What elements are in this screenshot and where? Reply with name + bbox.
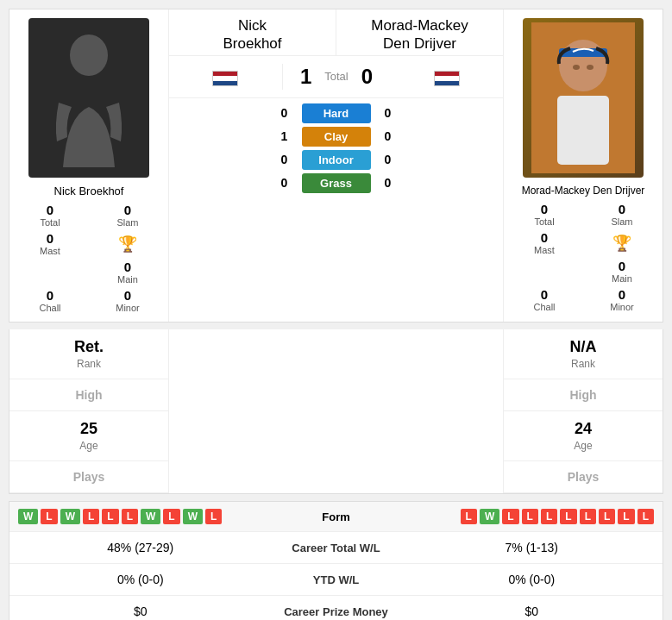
form-badge-left-5: L <box>122 509 138 524</box>
left-rank-item: Ret. Rank <box>9 329 168 379</box>
right-high-item: High <box>504 379 663 411</box>
left-trophy: 🏆 <box>94 231 161 256</box>
flag-nl-left <box>212 71 238 86</box>
left-total: 0 Total <box>16 203 84 228</box>
right-minor: 0 Minor <box>588 287 656 312</box>
form-badge-right-1: W <box>480 509 499 524</box>
right-main: 0 Main <box>588 259 656 284</box>
court-badge-hard: Hard <box>302 103 371 123</box>
form-badge-right-2: L <box>502 509 518 524</box>
form-badge-left-1: L <box>41 509 57 524</box>
right-stats-grid: 0 Total 0 Slam 0 Mast 🏆 0 Main <box>511 202 656 312</box>
right-slam: 0 Slam <box>588 202 656 227</box>
center-spacer <box>169 329 503 493</box>
form-label: Form <box>302 510 371 523</box>
left-player-photo <box>28 18 149 178</box>
court-row-hard: 0 Hard 0 <box>276 103 397 123</box>
form-badge-right-5: L <box>560 509 576 524</box>
svg-point-5 <box>587 65 593 70</box>
left-high-item: High <box>9 379 168 411</box>
form-badge-right-0: L <box>461 509 477 524</box>
left-mast: 0 Mast <box>16 231 84 256</box>
stat-row-career-total: 48% (27-29) Career Total W/L 7% (1-13) <box>9 532 663 564</box>
left-main: 0 Main <box>94 260 161 285</box>
comparison-card: Nick Broekhof 0 Total 0 Slam 0 Mast 🏆 <box>9 9 663 323</box>
stat-row-prize-money: $0 Career Prize Money $0 <box>9 596 663 620</box>
form-badge-left-6: W <box>141 509 160 524</box>
right-trophy: 🏆 <box>588 230 656 255</box>
right-player-col: Morad-Mackey Den Drijver 0 Total 0 Slam … <box>503 9 663 322</box>
left-minor: 0 Minor <box>94 288 161 313</box>
center-name-right: Morad-Mackey Den Drijver <box>336 9 503 55</box>
trophy-icon-left: 🏆 <box>118 235 137 254</box>
form-badge-left-4: L <box>102 509 118 524</box>
right-rank-item: N/A Rank <box>504 329 663 379</box>
form-badge-left-3: L <box>83 509 99 524</box>
form-badge-right-4: L <box>541 509 557 524</box>
flag-score-right <box>390 64 503 90</box>
form-badges-left: W L W L L L W L W L <box>18 509 302 524</box>
svg-rect-6 <box>557 96 609 165</box>
form-badge-right-3: L <box>522 509 538 524</box>
center-flags-scores: 1 Total 0 <box>169 56 503 98</box>
right-player-name: Morad-Mackey Den Drijver <box>522 185 645 197</box>
left-stats-grid: 0 Total 0 Slam 0 Mast 🏆 0 Main <box>16 203 161 313</box>
form-badge-right-9: L <box>637 509 654 524</box>
form-badge-left-0: W <box>18 509 38 524</box>
form-badge-right-6: L <box>580 509 596 524</box>
left-slam: 0 Slam <box>94 203 161 228</box>
bottom-section: W L W L L L W L W L Form L W L L L L L L <box>9 501 663 620</box>
court-row-grass: 0 Grass 0 <box>276 173 397 193</box>
right-age-item: 24 Age <box>504 411 663 461</box>
form-badge-left-8: W <box>183 509 203 524</box>
svg-point-2 <box>559 40 607 91</box>
right-plays-item: Plays <box>504 461 663 493</box>
form-badge-left-9: L <box>205 509 222 524</box>
left-age-item: 25 Age <box>9 411 168 461</box>
left-stats-panel: Ret. Rank High 25 Age Plays <box>9 329 169 493</box>
flag-nl-right <box>434 71 460 86</box>
court-rows: 0 Hard 0 1 Clay 0 0 Indoor 0 <box>276 98 397 323</box>
form-badge-left-7: L <box>163 509 179 524</box>
right-total: 0 Total <box>511 202 578 227</box>
left-player-col: Nick Broekhof 0 Total 0 Slam 0 Mast 🏆 <box>9 9 169 322</box>
right-chall: 0 Chall <box>511 287 578 312</box>
court-badge-indoor: Indoor <box>302 150 371 170</box>
form-badges-right: L W L L L L L L L L <box>371 509 655 524</box>
court-row-indoor: 0 Indoor 0 <box>276 150 397 170</box>
center-names-row: Nick Broekhof Morad-Mackey Den Drijver <box>169 9 503 56</box>
big-score-center: 1 Total 0 <box>283 59 390 94</box>
main-container: Nick Broekhof 0 Total 0 Slam 0 Mast 🏆 <box>0 0 672 620</box>
left-chall: 0 Chall <box>16 288 84 313</box>
trophy-icon-right: 🏆 <box>612 234 631 253</box>
court-badge-clay: Clay <box>302 127 371 147</box>
form-row: W L W L L L W L W L Form L W L L L L L L <box>9 502 663 532</box>
center-name-left: Nick Broekhof <box>169 9 336 55</box>
court-badge-grass: Grass <box>302 173 371 193</box>
stats-panels-row: Ret. Rank High 25 Age Plays N/A Rank Hi <box>9 329 663 494</box>
right-player-photo <box>523 18 644 178</box>
svg-point-4 <box>573 65 580 70</box>
form-badge-left-2: W <box>60 509 80 524</box>
right-stats-panel: N/A Rank High 24 Age Plays <box>503 329 663 493</box>
svg-point-0 <box>70 34 108 76</box>
form-badge-right-7: L <box>599 509 615 524</box>
form-badge-right-8: L <box>618 509 634 524</box>
flag-score-left <box>169 64 283 90</box>
center-col: Nick Broekhof Morad-Mackey Den Drijver 1… <box>169 9 503 322</box>
court-row-clay: 1 Clay 0 <box>276 127 397 147</box>
right-mast: 0 Mast <box>511 230 578 255</box>
stat-row-ytd-wl: 0% (0-0) YTD W/L 0% (0-0) <box>9 564 663 596</box>
left-plays-item: Plays <box>9 461 168 493</box>
left-player-name: Nick Broekhof <box>54 185 124 197</box>
